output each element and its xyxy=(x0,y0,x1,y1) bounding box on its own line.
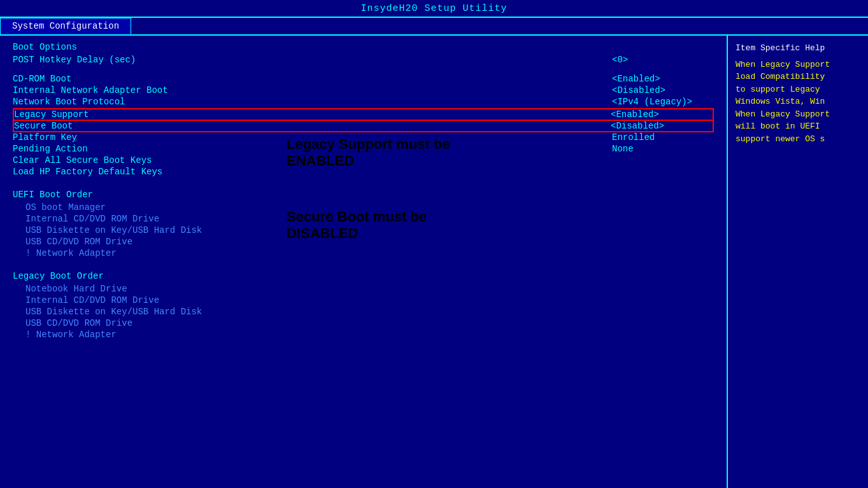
internal-network-label: Internal Network Adapter Boot xyxy=(13,85,168,95)
cdrom-boot-label: CD-ROM Boot xyxy=(13,74,71,84)
annotation-secure: Secure Boot must be DISABLED xyxy=(287,209,427,242)
annotation-secure-line1: Secure Boot must be xyxy=(287,209,427,225)
tab-system-configuration[interactable]: System Configuration xyxy=(0,18,131,34)
secure-boot-value: <Disabled> xyxy=(611,121,713,131)
legacy-item-4: ! Network Adapter xyxy=(25,330,714,340)
uefi-boot-order-title: UEFI Boot Order xyxy=(13,190,714,200)
clear-secure-boot-keys-label: Clear All Secure Boot Keys xyxy=(13,155,152,165)
post-hotkey-value: <0> xyxy=(612,55,714,65)
internal-network-row: Internal Network Adapter Boot <Disabled> xyxy=(13,85,714,95)
pending-action-value: None xyxy=(612,144,714,154)
app-title: InsydeH20 Setup Utility xyxy=(360,3,507,14)
network-boot-protocol-row: Network Boot Protocol <IPv4 (Legacy)> xyxy=(13,97,714,107)
help-line-6: support newer OS s xyxy=(736,133,860,146)
tab-bar: System Configuration xyxy=(0,18,868,36)
help-panel: Item Specific Help When Legacy Support l… xyxy=(728,36,868,488)
pending-action-label: Pending Action xyxy=(13,144,88,154)
legacy-item-2: USB Diskette on Key/USB Hard Disk xyxy=(25,307,714,317)
legacy-support-label: Legacy Support xyxy=(14,109,89,120)
post-hotkey-row: POST Hotkey Delay (sec) <0> xyxy=(13,55,714,65)
platform-key-label: Platform Key xyxy=(13,132,77,143)
cdrom-boot-value: <Enabled> xyxy=(612,74,714,84)
annotation-secure-line2: DISABLED xyxy=(287,225,427,242)
annotation-legacy-line2: ENABLED xyxy=(287,153,450,169)
network-boot-protocol-label: Network Boot Protocol xyxy=(13,97,125,107)
annotation-legacy-line1: Legacy Support must be xyxy=(287,136,450,153)
content-panel: Boot Options POST Hotkey Delay (sec) <0>… xyxy=(0,36,728,488)
uefi-item-4: ! Network Adapter xyxy=(25,248,714,258)
help-panel-title: Item Specific Help xyxy=(736,42,860,55)
top-bar: InsydeH20 Setup Utility xyxy=(0,0,868,18)
boot-options-title: Boot Options xyxy=(13,42,714,52)
legacy-item-3: USB CD/DVD ROM Drive xyxy=(25,318,714,328)
help-line-4: When Legacy Support xyxy=(736,108,860,121)
annotation-legacy: Legacy Support must be ENABLED xyxy=(287,136,450,169)
main-layout: Boot Options POST Hotkey Delay (sec) <0>… xyxy=(0,36,868,488)
legacy-item-1: Internal CD/DVD ROM Drive xyxy=(25,295,714,305)
help-line-3: Windows Vista, Win xyxy=(736,95,860,108)
legacy-boot-order-title: Legacy Boot Order xyxy=(13,271,714,281)
load-hp-factory-keys-label: Load HP Factory Default Keys xyxy=(13,167,162,177)
secure-boot-label: Secure Boot xyxy=(14,121,73,131)
help-line-5: will boot in UEFI xyxy=(736,120,860,133)
network-boot-protocol-value: <IPv4 (Legacy)> xyxy=(612,97,714,107)
legacy-support-row[interactable]: Legacy Support <Enabled> xyxy=(13,108,714,121)
help-line-0: When Legacy Support xyxy=(736,59,860,71)
help-line-1: load Compatibility xyxy=(736,71,860,83)
legacy-item-0: Notebook Hard Drive xyxy=(25,284,714,294)
cdrom-boot-row: CD-ROM Boot <Enabled> xyxy=(13,74,714,84)
internal-network-value: <Disabled> xyxy=(612,85,714,95)
secure-boot-row[interactable]: Secure Boot <Disabled> xyxy=(13,121,714,132)
help-line-2: to support Legacy xyxy=(736,83,860,96)
post-hotkey-label: POST Hotkey Delay (sec) xyxy=(13,55,136,65)
platform-key-value: Enrolled xyxy=(612,132,714,143)
legacy-support-value: <Enabled> xyxy=(611,109,713,120)
